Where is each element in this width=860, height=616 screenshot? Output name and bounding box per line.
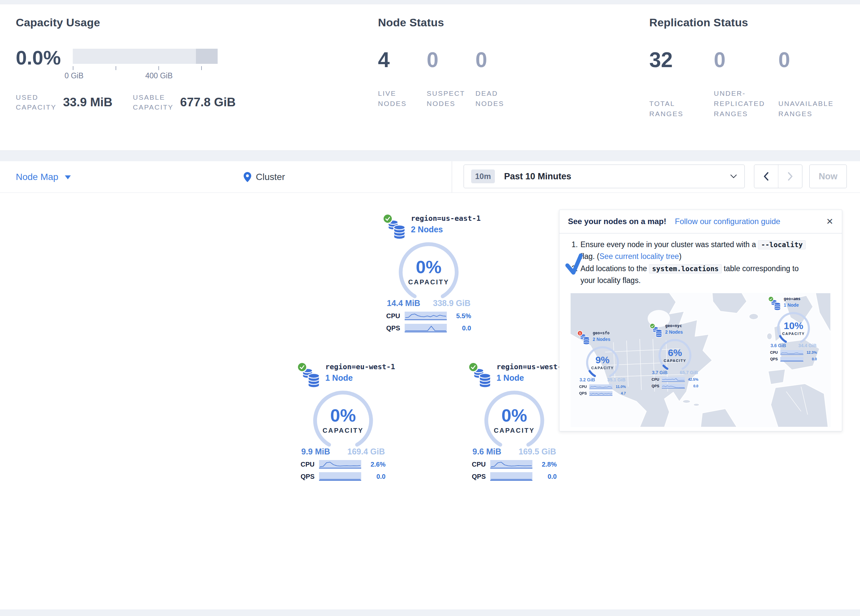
used-capacity-label: USED CAPACITY: [16, 92, 56, 112]
node-map-page: Capacity Usage 0.0% 0 GiB 400 Gi: [0, 0, 860, 616]
qps-label: QPS: [651, 384, 661, 388]
now-button[interactable]: Now: [809, 165, 847, 188]
node-card-region=us-west-1[interactable]: region=us-west-11 Node0%CAPACITY9.6 MiB1…: [468, 361, 560, 481]
cpu-metric: CPU5.5%: [386, 312, 471, 320]
sparkline-chart: [662, 384, 685, 388]
capacity-percent: 6%: [656, 348, 694, 358]
node-card-header: 1geo=sfo2 Nodes: [577, 330, 628, 345]
qps-value: 0.0: [462, 324, 471, 332]
capacity-percent: 0%: [308, 406, 378, 425]
qps-metric: QPS0.0: [301, 472, 386, 481]
sparkline-chart: [662, 377, 685, 382]
locality-label: geo=nyc: [665, 323, 683, 328]
view-selector-label: Node Map: [16, 172, 58, 182]
replication-status-title: Replication Status: [649, 16, 843, 29]
node-card-geo=ams[interactable]: geo=ams1 Node10%CAPACITY3.6 GiB34.4 GiBC…: [768, 296, 819, 362]
qps-metric: QPS0.0: [386, 324, 471, 332]
qps-label: QPS: [386, 324, 404, 332]
capacity-percent: 9%: [584, 355, 622, 365]
qps-metric: QPS0.0: [472, 472, 557, 481]
sparkline-chart: [780, 357, 804, 361]
sparkline-chart: [780, 350, 804, 355]
node-card-header: geo=ams1 Node: [768, 296, 819, 310]
node-card-header: region=us-west-11 Node: [468, 361, 560, 388]
node-count-link[interactable]: 1 Node: [784, 303, 800, 308]
used-capacity-value: 33.9 MiB: [63, 96, 112, 109]
capacity-gauge-block: 0%CAPACITY: [394, 240, 464, 301]
locality-tree-link[interactable]: See current locality tree: [599, 252, 679, 261]
cpu-metric: CPU12.3%: [770, 350, 817, 355]
cpu-metric: CPU2.8%: [472, 460, 557, 469]
live-nodes-label: LIVE NODES: [378, 88, 427, 108]
total-ranges-label: TOTAL RANGES: [649, 99, 714, 119]
configuration-guide-link[interactable]: Follow our configuration guide: [675, 217, 780, 226]
warning-status-icon: 1: [577, 331, 583, 336]
capacity-percent: 0%: [394, 258, 464, 276]
database-icon: [652, 327, 663, 338]
database-icon: [302, 368, 321, 388]
cpu-value: 2.6%: [370, 461, 386, 468]
qps-value: 0.0: [548, 473, 557, 480]
capacity-gauge-block: 0%CAPACITY: [308, 388, 378, 450]
cpu-value: 2.8%: [541, 461, 557, 468]
healthy-status-icon: [297, 362, 307, 372]
bottom-strip: [0, 610, 860, 616]
cpu-label: CPU: [301, 461, 319, 468]
popup-step-2: 2. Add locations to the system.locations…: [569, 263, 833, 286]
node-count-link[interactable]: 2 Nodes: [593, 337, 610, 342]
cpu-label: CPU: [579, 385, 589, 389]
view-selector-dropdown[interactable]: Node Map: [16, 172, 71, 182]
node-count-link[interactable]: 2 Nodes: [411, 225, 481, 234]
dead-nodes-label: DEAD NODES: [476, 88, 524, 108]
node-card-geo=nyc[interactable]: geo=nyc2 Nodes6%CAPACITY3.7 GiB65.7 GiBC…: [650, 323, 700, 389]
suspect-nodes-label: SUSPECT NODES: [427, 88, 476, 108]
close-icon[interactable]: ✕: [826, 216, 833, 227]
database-icon: [580, 334, 590, 345]
node-status-title: Node Status: [378, 16, 524, 29]
live-nodes-value: 4: [378, 49, 427, 71]
qps-metric: QPS0.0: [651, 384, 698, 388]
cpu-metric: CPU2.6%: [301, 460, 386, 469]
cpu-label: CPU: [770, 350, 780, 355]
node-card-header: geo=nyc2 Nodes: [650, 323, 700, 337]
toolbar-divider: [452, 161, 452, 193]
capacity-bar-reserved-segment: [196, 49, 218, 64]
sparkline-chart: [490, 472, 532, 481]
cpu-value: 12.3%: [807, 350, 817, 355]
node-count-link[interactable]: 2 Nodes: [665, 329, 683, 335]
sparkline-chart: [490, 460, 532, 469]
node-card-region=eu-west-1[interactable]: region=eu-west-11 Node0%CAPACITY9.9 MiB1…: [297, 361, 389, 481]
system-locations-code: system.locations: [649, 264, 721, 273]
suspect-nodes-value: 0: [427, 49, 476, 71]
time-range-dropdown[interactable]: 10m Past 10 Minutes: [464, 165, 745, 188]
under-replicated-ranges-label: UNDER- REPLICATED RANGES: [714, 88, 778, 119]
node-count-link[interactable]: 1 Node: [496, 373, 566, 383]
qps-value: 0.0: [694, 384, 698, 388]
node-card-geo=sfo[interactable]: 1geo=sfo2 Nodes9%CAPACITY3.2 GiB35.1 GiB…: [577, 330, 628, 396]
qps-value: 4.7: [621, 391, 626, 395]
capacity-label: CAPACITY: [774, 332, 813, 336]
time-prev-button[interactable]: [754, 165, 778, 188]
time-next-button[interactable]: [778, 165, 802, 188]
cpu-label: CPU: [651, 378, 661, 382]
locality-label: geo=sfo: [593, 331, 610, 335]
capacity-usage-title: Capacity Usage: [16, 16, 236, 29]
node-count-link[interactable]: 1 Node: [325, 373, 395, 383]
capacity-bar: 0 GiB 400 GiB: [73, 49, 218, 81]
qps-value: 0.0: [376, 473, 386, 480]
chevron-right-icon: [788, 172, 793, 181]
node-card-region=us-east-1[interactable]: region=us-east-12 Nodes0%CAPACITY14.4 Mi…: [383, 212, 475, 332]
popup-title: See your nodes on a map!: [568, 217, 666, 226]
sparkline-chart: [589, 384, 612, 389]
breadcrumb[interactable]: Cluster: [244, 172, 285, 182]
cpu-value: 42.5%: [688, 378, 698, 382]
capacity-scale-start: 0 GiB: [64, 71, 84, 80]
capacity-usage-section: Capacity Usage 0.0% 0 GiB 400 Gi: [16, 16, 236, 112]
locality-label: region=us-east-1: [411, 214, 481, 223]
total-ranges-value: 32: [649, 49, 714, 71]
under-replicated-ranges-value: 0: [714, 49, 778, 71]
qps-metric: QPS4.7: [579, 391, 626, 395]
qps-label: QPS: [301, 473, 319, 480]
locality-label: region=eu-west-1: [325, 363, 395, 371]
cpu-metric: CPU42.5%: [651, 377, 698, 382]
